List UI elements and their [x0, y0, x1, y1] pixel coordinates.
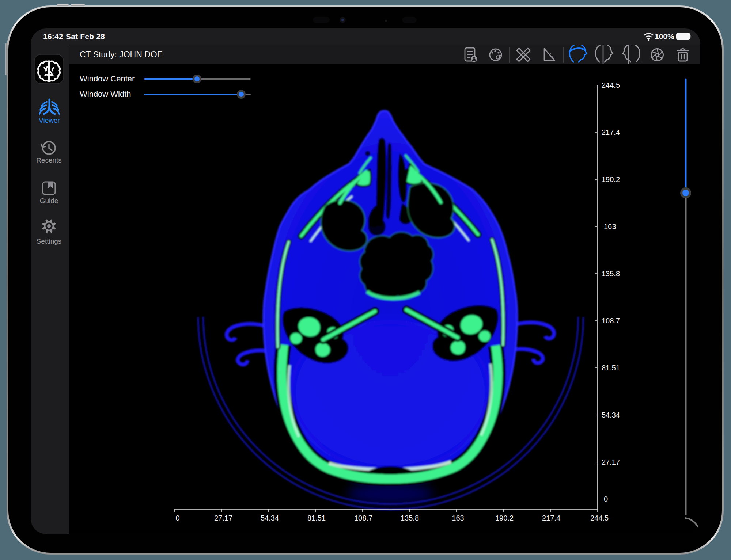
svg-text:190.2: 190.2 — [602, 175, 620, 183]
svg-text:54.34: 54.34 — [602, 411, 620, 419]
svg-text:217.4: 217.4 — [602, 128, 620, 136]
svg-text:163: 163 — [452, 514, 464, 522]
svg-text:81.51: 81.51 — [307, 514, 326, 522]
svg-text:217.4: 217.4 — [542, 514, 560, 522]
svg-text:27.17: 27.17 — [214, 514, 232, 522]
svg-text:135.8: 135.8 — [401, 514, 419, 522]
svg-text:0: 0 — [604, 495, 608, 503]
svg-text:54.34: 54.34 — [261, 514, 279, 522]
svg-text:163: 163 — [604, 222, 616, 231]
svg-text:81.51: 81.51 — [602, 364, 620, 372]
svg-text:244.5: 244.5 — [590, 514, 609, 522]
svg-text:0: 0 — [175, 514, 179, 522]
svg-text:108.7: 108.7 — [602, 317, 620, 325]
svg-text:27.17: 27.17 — [602, 458, 620, 466]
svg-text:108.7: 108.7 — [354, 514, 372, 522]
svg-text:244.5: 244.5 — [602, 81, 620, 89]
svg-text:190.2: 190.2 — [495, 514, 514, 522]
svg-text:135.8: 135.8 — [602, 270, 620, 278]
